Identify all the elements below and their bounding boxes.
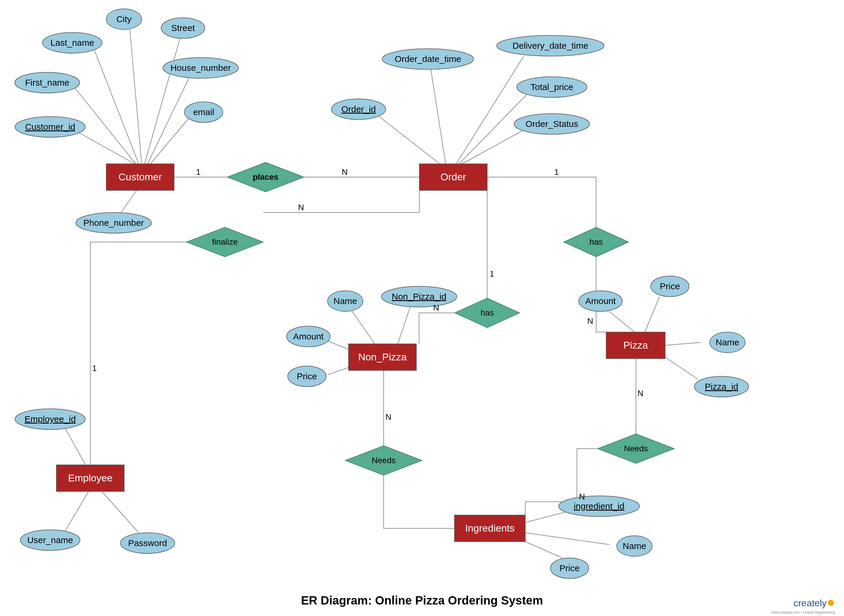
relationship-label: finalize <box>212 237 237 246</box>
attr-edge <box>130 29 142 164</box>
cardinality-label: 1 <box>196 167 201 176</box>
attribute-pizza-0: Amount <box>579 291 623 311</box>
attribute-label: Name <box>623 541 646 551</box>
cardinality-label: N <box>579 492 585 501</box>
edge-order-has1 <box>487 177 596 227</box>
entity-label: Pizza <box>623 339 648 351</box>
cardinality-label: N <box>637 389 643 398</box>
relationship-label: has <box>481 308 494 317</box>
attribute-label: Phone_number <box>83 218 144 227</box>
cardinality-label: N <box>385 412 391 421</box>
attribute-label: Password <box>128 538 167 548</box>
edge-has2-non_pizza <box>419 313 455 344</box>
attribute-pizza-1: Price <box>651 276 689 297</box>
attribute-employee-1: User_name <box>21 530 80 550</box>
attr-edge <box>665 342 701 345</box>
attr-edge <box>645 297 659 332</box>
relationship-needs1: Needs <box>598 434 674 463</box>
attr-edge <box>525 533 610 544</box>
attribute-customer-1: First_name <box>15 72 80 93</box>
entity-label: Non_Pizza <box>358 351 407 362</box>
attribute-order-2: Delivery_date_time <box>497 35 604 56</box>
relationship-label: Needs <box>624 444 648 453</box>
relationship-label: places <box>253 172 278 182</box>
attribute-label: email <box>193 107 214 117</box>
attribute-ingredients-1: Name <box>617 536 652 556</box>
attribute-employee-2: Password <box>120 533 175 553</box>
attr-edge <box>148 78 189 164</box>
attr-edge <box>65 491 88 531</box>
attribute-label: Name <box>716 337 739 347</box>
attribute-customer-7: Phone_number <box>76 213 151 233</box>
entity-order: Order <box>419 164 487 191</box>
edge-finalize-employee <box>90 242 186 465</box>
attribute-customer-2: Last_name <box>42 32 102 53</box>
entity-label: Employee <box>68 472 113 484</box>
attribute-label: Street <box>171 23 195 33</box>
attr-edge <box>665 357 698 379</box>
attribute-employee-0: Employee_id <box>15 409 85 430</box>
attribute-non_pizza-3: Price <box>288 366 326 387</box>
attribute-label: City <box>116 14 132 24</box>
attr-edge <box>398 307 410 344</box>
attribute-label: House_number <box>170 63 231 73</box>
attr-edge <box>102 491 139 533</box>
relationship-finalize: finalize <box>186 227 263 257</box>
attribute-customer-3: City <box>106 9 142 29</box>
attribute-pizza-3: Pizza_id <box>695 376 749 397</box>
attribute-label: Price <box>560 563 580 573</box>
attr-edge <box>94 50 139 164</box>
attribute-non_pizza-2: Amount <box>287 326 330 347</box>
attr-edge <box>65 428 86 465</box>
attribute-order-1: Order_date_time <box>382 49 474 69</box>
cardinality-label: N <box>298 203 304 212</box>
attr-edge <box>610 311 634 332</box>
attribute-customer-0: Customer_id <box>15 117 85 137</box>
attribute-label: ingredient_id <box>574 501 624 511</box>
attribute-customer-4: Street <box>161 18 205 38</box>
attr-edge <box>151 118 189 164</box>
attribute-order-0: Order_id <box>331 99 386 120</box>
attr-edge <box>77 131 135 164</box>
attribute-non_pizza-1: Non_Pizza_id <box>381 286 457 307</box>
attribute-non_pizza-0: Name <box>328 291 363 311</box>
attribute-label: Amount <box>585 296 616 306</box>
relationship-has2: has <box>455 298 520 328</box>
creately-watermark-sub: www.creately.com • Online Diagramming <box>771 610 835 615</box>
cardinality-label: N <box>342 167 348 176</box>
attr-edge <box>379 117 440 164</box>
attr-edge <box>121 191 137 213</box>
cardinality-label: 1 <box>489 269 494 278</box>
attribute-customer-6: email <box>185 102 223 123</box>
attribute-ingredients-2: Price <box>550 558 589 578</box>
cardinality-label: 1 <box>554 167 559 176</box>
attribute-label: Pizza_id <box>705 381 738 392</box>
attribute-label: User_name <box>27 535 73 545</box>
attribute-label: Employee_id <box>25 414 76 424</box>
attribute-label: Delivery_date_time <box>513 41 588 50</box>
attr-edge <box>525 542 562 558</box>
attribute-label: Price <box>297 371 317 381</box>
attr-edge <box>328 368 349 375</box>
edge-needs2-ingredients <box>384 475 454 528</box>
er-diagram-canvas: Customer_idFirst_nameLast_nameCityStreet… <box>0 0 844 616</box>
attribute-label: Order_Status <box>526 119 578 129</box>
entity-label: Customer <box>118 171 162 182</box>
attr-edge <box>351 310 375 344</box>
attribute-label: Price <box>660 281 680 291</box>
relationship-needs2: Needs <box>345 446 422 475</box>
entity-pizza: Pizza <box>606 332 665 359</box>
entity-label: Order <box>441 171 466 182</box>
entity-non_pizza: Non_Pizza <box>349 344 416 370</box>
attribute-label: Last_name <box>50 38 94 47</box>
cardinality-label: 1 <box>92 364 97 373</box>
creately-watermark: creately● <box>794 594 835 610</box>
cardinality-label: N <box>433 303 439 312</box>
attribute-label: Customer_id <box>25 122 75 132</box>
attribute-label: Total_price <box>530 82 573 92</box>
attribute-ingredients-0: ingredient_id <box>559 496 639 516</box>
attribute-label: Amount <box>293 331 324 341</box>
attr-edge <box>145 38 180 164</box>
relationship-has1: has <box>564 227 629 257</box>
attribute-label: Non_Pizza_id <box>391 292 446 301</box>
